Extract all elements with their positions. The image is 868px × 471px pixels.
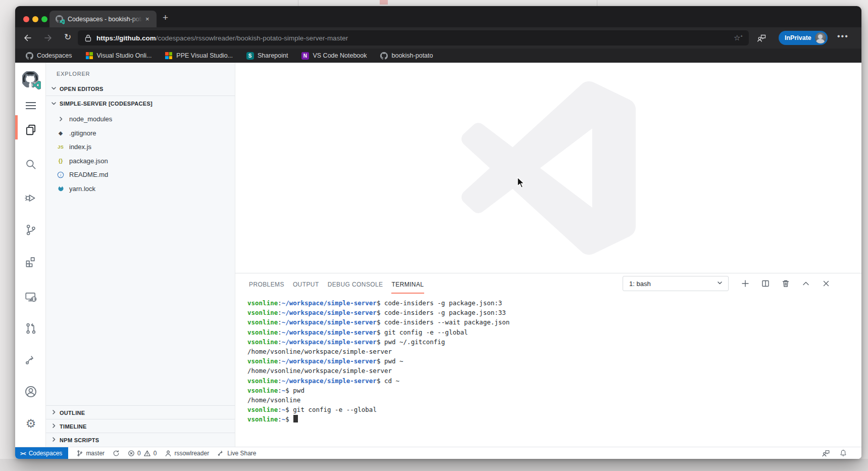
live-share-button[interactable]: Live Share bbox=[217, 449, 256, 457]
live-share-icon bbox=[217, 449, 225, 457]
tab-problems[interactable]: PROBLEMS bbox=[248, 281, 285, 294]
extensions-icon[interactable] bbox=[22, 253, 39, 270]
json-icon: {} bbox=[56, 158, 65, 164]
chevron-right-icon bbox=[50, 409, 57, 416]
terminal-line: /home/vsonline bbox=[247, 395, 861, 405]
pull-requests-icon[interactable] bbox=[22, 320, 39, 337]
bookmark-codespaces[interactable]: Codespaces bbox=[25, 52, 72, 60]
terminal-shell-selector[interactable]: 1: bash bbox=[623, 276, 729, 291]
window-zoom-button[interactable] bbox=[41, 16, 47, 22]
workspace-section[interactable]: SIMPLE-SERVER [CODESPACES] bbox=[46, 96, 235, 111]
new-tab-button[interactable]: + bbox=[163, 12, 168, 23]
codespaces-logo bbox=[22, 71, 39, 88]
bell-icon[interactable] bbox=[839, 449, 847, 457]
terminal-prompt-line: vsonline:~$ bbox=[247, 414, 861, 424]
tree-item-index-js[interactable]: JS index.js bbox=[46, 140, 235, 154]
tree-item-readme-md[interactable]: i README.md bbox=[46, 168, 235, 182]
open-editors-section[interactable]: OPEN EDITORS bbox=[46, 82, 235, 96]
kill-terminal-icon[interactable] bbox=[781, 278, 791, 289]
tree-item-node-modules[interactable]: node_modules bbox=[46, 112, 235, 126]
refresh-icon[interactable]: ↻ bbox=[63, 32, 73, 42]
account-icon[interactable] bbox=[22, 383, 39, 400]
bottom-panel: PROBLEMS OUTPUT DEBUG CONSOLE TERMINAL 1… bbox=[235, 273, 861, 447]
problems-indicator[interactable]: 0 0 bbox=[128, 450, 157, 457]
sharepoint-icon: S bbox=[246, 52, 254, 60]
timeline-section[interactable]: TIMELINE bbox=[46, 419, 235, 433]
microsoft-icon bbox=[165, 52, 173, 60]
tab-terminal[interactable]: TERMINAL bbox=[391, 281, 425, 294]
browser-tab[interactable]: Codespaces - bookish-potato × bbox=[49, 11, 157, 27]
npm-scripts-section[interactable]: NPM SCRIPTS bbox=[46, 433, 235, 447]
tab-debug-console[interactable]: DEBUG CONSOLE bbox=[327, 281, 384, 294]
maximize-panel-icon[interactable] bbox=[801, 278, 811, 289]
menu-icon[interactable] bbox=[22, 97, 39, 114]
tab-title: Codespaces - bookish-potato bbox=[68, 16, 142, 23]
explorer-icon[interactable] bbox=[22, 121, 39, 138]
lock-icon bbox=[85, 34, 91, 42]
background-artifact bbox=[597, 0, 597, 6]
github-user-indicator[interactable]: rssowlreader bbox=[165, 450, 209, 457]
bookmark-ppe-visual-studio[interactable]: PPE Visual Studio... bbox=[165, 52, 233, 60]
terminal-line: vsonline:~/workspace/simple-server$ code… bbox=[247, 298, 861, 308]
terminal-line: vsonline:~/workspace/simple-server$ code… bbox=[247, 317, 861, 327]
window-close-button[interactable] bbox=[23, 16, 29, 22]
terminal-output[interactable]: vsonline:~/workspace/simple-server$ code… bbox=[235, 294, 861, 425]
bookmark-sharepoint[interactable]: S Sharepoint bbox=[246, 52, 288, 60]
back-icon[interactable] bbox=[23, 33, 33, 43]
active-view-indicator bbox=[15, 115, 18, 139]
run-debug-icon[interactable] bbox=[22, 190, 39, 207]
close-panel-icon[interactable] bbox=[821, 278, 831, 289]
background-artifact bbox=[298, 0, 298, 6]
feedback-icon[interactable] bbox=[822, 449, 830, 457]
inprivate-badge[interactable]: InPrivate bbox=[779, 31, 828, 45]
tree-item-package-json[interactable]: {} package.json bbox=[46, 154, 235, 168]
desktop-background bbox=[0, 459, 868, 471]
feedback-icon[interactable] bbox=[756, 33, 767, 45]
window-minimize-button[interactable] bbox=[32, 16, 38, 22]
warning-icon bbox=[143, 450, 151, 457]
address-bar[interactable]: https://github.com/codespaces/rssowlread… bbox=[78, 30, 749, 45]
remote-explorer-icon[interactable] bbox=[22, 289, 39, 306]
chevron-right-icon bbox=[50, 436, 57, 444]
background-artifact bbox=[380, 0, 388, 5]
microsoft-icon bbox=[85, 52, 93, 60]
sync-indicator[interactable] bbox=[113, 450, 120, 457]
terminal-line: vsonline:~/workspace/simple-server$ cd ~ bbox=[247, 376, 861, 386]
outline-section[interactable]: OUTLINE bbox=[46, 405, 235, 419]
remote-icon: >< bbox=[20, 450, 26, 456]
branch-indicator[interactable]: master bbox=[76, 450, 105, 457]
chevron-down-icon bbox=[717, 279, 723, 288]
tree-item-gitignore[interactable]: ◆ .gitignore bbox=[46, 126, 235, 140]
terminal-line: vsonline:~$ git config -e --global bbox=[247, 405, 861, 414]
sync-icon bbox=[113, 450, 120, 457]
bookmark-vs-code-notebook[interactable]: N VS Code Notebook bbox=[301, 52, 367, 60]
profile-avatar[interactable] bbox=[815, 32, 826, 43]
tab-output[interactable]: OUTPUT bbox=[292, 281, 320, 294]
codespaces-remote-button[interactable]: >< Codespaces bbox=[15, 447, 68, 459]
bookmarks-bar: Codespaces Visual Studio Onli... PPE Vis… bbox=[15, 49, 861, 63]
tree-item-yarn-lock[interactable]: yarn.lock bbox=[46, 182, 235, 196]
file-tree: node_modules ◆ .gitignore JS index.js {}… bbox=[46, 111, 235, 196]
browser-tab-bar: Codespaces - bookish-potato × + bbox=[15, 6, 861, 27]
url-text: https://github.com/codespaces/rssowlread… bbox=[96, 34, 730, 42]
forward-icon[interactable] bbox=[43, 33, 53, 43]
live-share-icon[interactable] bbox=[22, 351, 39, 368]
new-terminal-icon[interactable] bbox=[740, 278, 750, 289]
search-icon[interactable] bbox=[22, 156, 39, 173]
settings-gear-icon[interactable]: ⚙ bbox=[22, 415, 39, 432]
split-terminal-icon[interactable] bbox=[760, 278, 771, 289]
favorite-star-icon[interactable]: ☆+ bbox=[734, 33, 743, 42]
explorer-sidebar: EXPLORER OPEN EDITORS SIMPLE-SERVER [COD… bbox=[46, 63, 235, 447]
more-menu-icon[interactable]: ••• bbox=[837, 32, 849, 41]
tab-close-icon[interactable]: × bbox=[145, 16, 149, 22]
editor-watermark-area bbox=[235, 63, 861, 273]
bookmark-bookish-potato[interactable]: bookish-potato bbox=[380, 52, 433, 60]
mouse-cursor bbox=[517, 177, 527, 189]
codespaces-favicon bbox=[56, 15, 64, 23]
bookmark-visual-studio-online[interactable]: Visual Studio Onli... bbox=[85, 52, 152, 60]
browser-window: Codespaces - bookish-potato × + ↻ https:… bbox=[15, 6, 861, 459]
info-icon: i bbox=[56, 171, 65, 178]
chevron-down-icon bbox=[50, 85, 57, 92]
status-bar-right bbox=[822, 449, 861, 457]
source-control-icon[interactable] bbox=[22, 221, 39, 239]
